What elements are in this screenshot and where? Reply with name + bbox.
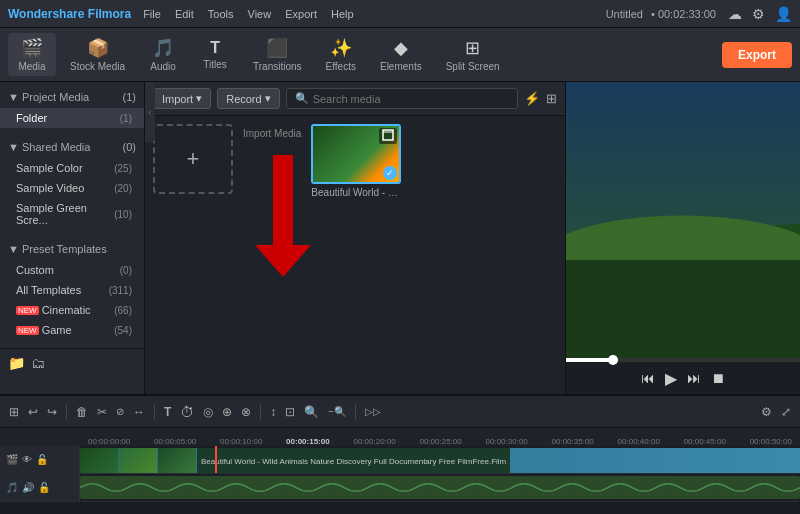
tool-effects-label: Effects — [326, 61, 356, 72]
sidebar-project-media-count: (1) — [123, 91, 136, 103]
import-media-label: Import Media — [243, 128, 301, 139]
tl-crop-button[interactable]: ⊘ — [113, 404, 127, 419]
tl-more1-button[interactable]: ⊕ — [219, 403, 235, 421]
tl-grid-button[interactable]: ⊡ — [282, 403, 298, 421]
account-icon[interactable]: 👤 — [775, 6, 792, 22]
menu-edit[interactable]: Edit — [175, 8, 194, 20]
tl-more2-button[interactable]: ⊗ — [238, 403, 254, 421]
tool-media[interactable]: 🎬 Media — [8, 33, 56, 76]
tl-cut-button[interactable]: ✂ — [94, 403, 110, 421]
tl-divider-2 — [154, 404, 155, 420]
clip-label-area: Beautiful World - Wild Animals Nature Di… — [197, 448, 510, 473]
cloud-icon[interactable]: ☁ — [728, 6, 742, 22]
progress-dot[interactable] — [608, 355, 618, 365]
tl-divider-1 — [66, 404, 67, 420]
sidebar-project-media-section: ▼ Project Media (1) Folder (1) — [0, 82, 144, 132]
sidebar-preset-templates-section: ▼ Preset Templates Custom (0) All Templa… — [0, 234, 144, 344]
tl-fullscreen-button[interactable]: ⤢ — [778, 403, 794, 421]
sidebar-item-sample-green[interactable]: Sample Green Scre... (10) — [0, 198, 144, 230]
video-lock-button[interactable]: 🔓 — [36, 454, 48, 465]
sample-video-label: Sample Video — [16, 182, 84, 194]
menu-help[interactable]: Help — [331, 8, 354, 20]
play-button[interactable]: ▶ — [665, 369, 677, 388]
tool-elements[interactable]: ◆ Elements — [370, 33, 432, 76]
import-button[interactable]: Import ▾ — [153, 88, 211, 109]
tl-undo-button[interactable]: ↩ — [25, 403, 41, 421]
folder-label: Folder — [16, 112, 47, 124]
audio-clip[interactable] — [80, 476, 800, 499]
video-clip[interactable]: Beautiful World - Wild Animals Nature Di… — [80, 448, 800, 473]
tl-delete-button[interactable]: 🗑 — [73, 403, 91, 421]
media-item-0[interactable]: ✓ Beautiful World - Wild A... — [311, 124, 401, 198]
sidebar-item-sample-color[interactable]: Sample Color (25) — [0, 158, 144, 178]
prev-frame-button[interactable]: ⏮ — [641, 370, 655, 386]
search-input[interactable] — [313, 93, 509, 105]
svg-rect-7 — [566, 260, 800, 358]
menu-tools[interactable]: Tools — [208, 8, 234, 20]
preview-panel: ⏮ ▶ ⏭ ⏹ — [565, 82, 800, 394]
sample-color-count: (25) — [114, 163, 132, 174]
record-button[interactable]: Record ▾ — [217, 88, 279, 109]
tl-timer-button[interactable]: ⏱ — [177, 402, 197, 422]
stop-button[interactable]: ⏹ — [711, 370, 725, 386]
tool-titles[interactable]: T Titles — [191, 35, 239, 74]
playhead[interactable] — [215, 446, 217, 473]
grid-view-icon[interactable]: ⊞ — [546, 91, 557, 106]
tool-audio[interactable]: 🎵 Audio — [139, 33, 187, 76]
sidebar-item-sample-video[interactable]: Sample Video (20) — [0, 178, 144, 198]
tl-resize-button[interactable]: ↔ — [130, 403, 148, 421]
tool-effects[interactable]: ✨ Effects — [316, 33, 366, 76]
ruler-4: 00:00:20:00 — [353, 437, 395, 446]
sidebar-project-media-header[interactable]: ▼ Project Media (1) — [0, 86, 144, 108]
menu-export[interactable]: Export — [285, 8, 317, 20]
import-label: Import — [162, 93, 193, 105]
main-area: ▼ Project Media (1) Folder (1) ▼ Shared … — [0, 82, 800, 394]
filter-icon[interactable]: ⚡ — [524, 91, 540, 106]
sidebar-shared-media-header[interactable]: ▼ Shared Media (0) — [0, 136, 144, 158]
next-frame-button[interactable]: ⏭ — [687, 370, 701, 386]
tl-target-button[interactable]: ◎ — [200, 403, 216, 421]
sample-green-label: Sample Green Scre... — [16, 202, 114, 226]
audio-lock-button[interactable]: 🔓 — [38, 482, 50, 493]
sidebar-item-game[interactable]: NEW Game (54) — [0, 320, 144, 340]
timeline-ruler: 00:00:00:00 00:00:05:00 00:00:10:00 00:0… — [0, 428, 800, 446]
sidebar-preset-templates-header[interactable]: ▼ Preset Templates — [0, 238, 144, 260]
ruler-2: 00:00:10:00 — [220, 437, 262, 446]
tl-zoom-in-button[interactable]: 🔍 — [301, 403, 322, 421]
tool-split-screen[interactable]: ⊞ Split Screen — [436, 33, 510, 76]
tl-text-button[interactable]: T — [161, 403, 174, 421]
new-folder-icon[interactable]: 🗂 — [31, 355, 45, 371]
tl-settings-button[interactable]: ⚙ — [758, 403, 775, 421]
settings-icon[interactable]: ⚙ — [752, 6, 765, 22]
sidebar: ▼ Project Media (1) Folder (1) ▼ Shared … — [0, 82, 145, 394]
sidebar-item-cinematic[interactable]: NEW Cinematic (66) — [0, 300, 144, 320]
tl-render-button[interactable]: ▷▷ — [362, 404, 384, 419]
sidebar-project-media-label: ▼ Project Media — [8, 91, 89, 103]
menu-view[interactable]: View — [248, 8, 272, 20]
sidebar-item-all-templates[interactable]: All Templates (311) — [0, 280, 144, 300]
tl-snap-button[interactable]: ↕ — [267, 403, 279, 421]
sidebar-item-folder[interactable]: Folder (1) — [0, 108, 144, 128]
audio-mute-button[interactable]: 🔊 — [22, 482, 34, 493]
record-dropdown-icon: ▾ — [265, 92, 271, 105]
import-media-placeholder[interactable]: + — [153, 124, 233, 194]
tl-add-track-button[interactable]: ⊞ — [6, 403, 22, 421]
tool-stock-media[interactable]: 📦 Stock Media — [60, 33, 135, 76]
sidebar-collapse-handle[interactable]: ‹ — [145, 82, 155, 142]
export-button[interactable]: Export — [722, 42, 792, 68]
video-mute-button[interactable]: 👁 — [22, 454, 32, 465]
stock-media-icon: 📦 — [87, 37, 109, 59]
tool-audio-label: Audio — [150, 61, 176, 72]
tl-redo-button[interactable]: ↪ — [44, 403, 60, 421]
video-track-content[interactable]: Beautiful World - Wild Animals Nature Di… — [80, 446, 800, 473]
tool-transitions[interactable]: ⬛ Transitions — [243, 33, 312, 76]
tl-zoom-out-button[interactable]: −🔍 — [325, 404, 349, 419]
audio-track-content[interactable] — [80, 474, 800, 501]
sidebar-item-custom[interactable]: Custom (0) — [0, 260, 144, 280]
add-folder-icon[interactable]: 📁 — [8, 355, 25, 371]
media-icon: 🎬 — [21, 37, 43, 59]
search-box[interactable]: 🔍 — [286, 88, 518, 109]
menu-file[interactable]: File — [143, 8, 161, 20]
ruler-10: 00:00:50:00 — [750, 437, 792, 446]
preview-progress-bar[interactable] — [566, 358, 800, 362]
